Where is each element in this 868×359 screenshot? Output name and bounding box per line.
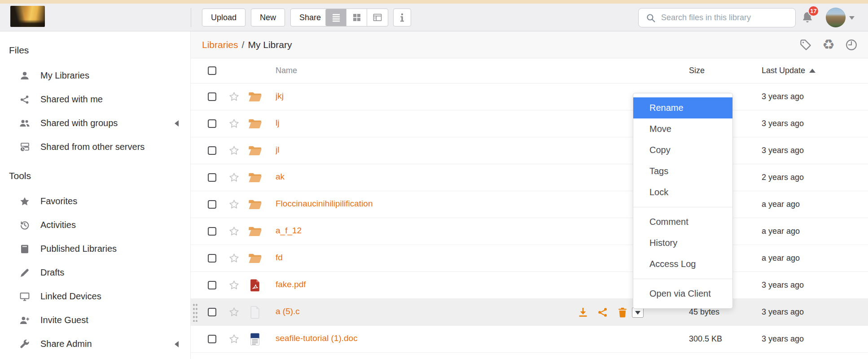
sidebar-item-published-libraries[interactable]: Published Libraries xyxy=(0,237,190,261)
user-plus-icon xyxy=(19,315,31,326)
list-view-button[interactable] xyxy=(326,9,346,26)
favorite-star-icon[interactable] xyxy=(228,91,240,102)
menu-item-access-log[interactable]: Access Log xyxy=(633,254,732,275)
row-checkbox[interactable] xyxy=(208,92,216,101)
drag-handle[interactable] xyxy=(193,303,197,322)
row-checkbox[interactable] xyxy=(208,308,216,316)
favorite-star-icon[interactable] xyxy=(228,145,240,156)
row-checkbox[interactable] xyxy=(208,254,216,263)
row-checkbox[interactable] xyxy=(208,200,216,209)
menu-item-history[interactable]: History xyxy=(633,232,732,254)
pdf-icon xyxy=(248,279,262,292)
menu-item-open-via-client[interactable]: Open via Client xyxy=(633,283,732,304)
table-row[interactable]: fake.pdf3 years ago xyxy=(191,272,868,299)
favorite-star-icon[interactable] xyxy=(228,253,240,264)
sidebar-item-invite-guest[interactable]: Invite Guest xyxy=(0,308,190,332)
sidebar-item-drafts[interactable]: Drafts xyxy=(0,261,190,285)
notification-badge: 17 xyxy=(808,5,819,17)
breadcrumb-libraries-link[interactable]: Libraries xyxy=(202,39,238,50)
favorite-star-icon[interactable] xyxy=(228,333,240,345)
more-operations-caret-button[interactable] xyxy=(632,307,644,318)
account-menu-caret-icon[interactable] xyxy=(849,16,855,20)
table-row[interactable]: a_f_12a year ago xyxy=(191,218,868,245)
new-button[interactable]: New xyxy=(251,9,285,26)
site-logo[interactable] xyxy=(10,6,45,27)
menu-item-copy[interactable]: Copy xyxy=(633,140,732,161)
info-button[interactable] xyxy=(393,9,411,26)
file-name-link[interactable]: fake.pdf xyxy=(276,280,306,289)
column-header-last-update[interactable]: Last Update xyxy=(762,66,868,75)
favorite-star-icon[interactable] xyxy=(228,118,240,129)
collapse-caret-icon[interactable] xyxy=(175,341,179,347)
file-size: 300.5 KB xyxy=(689,334,762,344)
menu-item-move[interactable]: Move xyxy=(633,118,732,140)
file-name-link[interactable]: jl xyxy=(276,145,279,155)
table-row[interactable]: lj3 years ago xyxy=(191,110,868,137)
sidebar-item-shared-with-groups[interactable]: Shared with groups xyxy=(0,111,190,135)
row-checkbox[interactable] xyxy=(208,281,216,289)
menu-item-lock[interactable]: Lock xyxy=(633,182,732,203)
sidebar-section-files: FilesMy LibrariesShared with meShared wi… xyxy=(0,45,190,159)
sidebar-item-activities[interactable]: Activities xyxy=(0,213,190,237)
table-row[interactable]: fda year ago xyxy=(191,245,868,272)
upload-button[interactable]: Upload xyxy=(202,9,245,26)
favorite-star-icon[interactable] xyxy=(228,280,240,291)
file-name-link[interactable]: a_f_12 xyxy=(276,226,302,236)
trash-recycle-icon[interactable]: ♻ xyxy=(822,38,835,52)
sidebar-item-share-admin[interactable]: Share Admin xyxy=(0,332,190,356)
file-name-link[interactable]: jkj xyxy=(276,91,284,101)
favorite-star-icon[interactable] xyxy=(228,226,240,237)
table-row[interactable]: ak2 years ago xyxy=(191,164,868,191)
table-row[interactable]: a (5).c45 bytes3 years ago xyxy=(191,299,868,326)
table-row[interactable]: jkj3 years ago xyxy=(191,83,868,110)
row-checkbox[interactable] xyxy=(208,119,216,128)
sidebar-item-favorites[interactable]: Favorites xyxy=(0,189,190,213)
row-checkbox[interactable] xyxy=(208,146,216,155)
file-name-link[interactable]: Floccinaucinihilipilification xyxy=(276,199,373,209)
doc-icon xyxy=(248,333,262,346)
favorite-star-icon[interactable] xyxy=(228,306,240,318)
grid-view-button[interactable] xyxy=(346,9,367,26)
detail-view-button[interactable] xyxy=(367,9,388,26)
menu-item-rename[interactable]: Rename xyxy=(633,97,732,118)
favorite-star-icon[interactable] xyxy=(228,199,240,210)
menu-item-tags[interactable]: Tags xyxy=(633,161,732,182)
table-row[interactable]: seafile-tutorial (1).doc300.5 KB3 years … xyxy=(191,326,868,353)
sidebar-item-my-libraries[interactable]: My Libraries xyxy=(0,64,190,88)
user-avatar[interactable] xyxy=(826,8,846,27)
sidebar-heading: Files xyxy=(9,45,190,56)
notifications-button[interactable]: 17 xyxy=(798,5,821,30)
file-name-link[interactable]: seafile-tutorial (1).doc xyxy=(276,333,358,343)
row-checkbox[interactable] xyxy=(208,227,216,236)
download-icon[interactable] xyxy=(577,306,589,319)
file-name-link[interactable]: lj xyxy=(276,118,279,128)
table-row[interactable]: Floccinaucinihilipilificationa year ago xyxy=(191,191,868,218)
history-clock-icon[interactable] xyxy=(844,37,859,53)
trash-icon[interactable] xyxy=(616,306,628,319)
sidebar-item-label: Invite Guest xyxy=(40,315,88,325)
file-list: jkj3 years agolj3 years agojl3 years ago… xyxy=(191,83,868,353)
collapse-caret-icon[interactable] xyxy=(175,120,179,127)
sidebar-item-linked-devices[interactable]: Linked Devices xyxy=(0,285,190,308)
file-size: 45 bytes xyxy=(689,307,762,317)
file-name-link[interactable]: a (5).c xyxy=(276,306,300,316)
tag-icon[interactable] xyxy=(798,37,813,53)
table-row[interactable]: jl3 years ago xyxy=(191,137,868,164)
menu-item-comment[interactable]: Comment xyxy=(633,211,732,232)
sidebar-item-shared-from-other-servers[interactable]: Shared from other servers xyxy=(0,135,190,159)
column-header-name[interactable]: Name xyxy=(276,66,689,75)
row-checkbox[interactable] xyxy=(208,335,216,343)
person-icon xyxy=(19,70,31,82)
file-name-link[interactable]: fd xyxy=(276,253,283,263)
favorite-star-icon[interactable] xyxy=(228,172,240,183)
file-name-link[interactable]: ak xyxy=(276,172,285,182)
share-nodes-icon[interactable] xyxy=(596,306,609,319)
select-all-checkbox[interactable] xyxy=(208,66,216,75)
share-button[interactable]: Share xyxy=(290,9,330,26)
context-menu: RenameMoveCopyTagsLockCommentHistoryAcce… xyxy=(633,93,733,309)
row-checkbox[interactable] xyxy=(208,173,216,182)
last-update: a year ago xyxy=(762,200,868,209)
search-input[interactable] xyxy=(661,13,787,22)
column-header-size[interactable]: Size xyxy=(689,66,762,75)
sidebar-item-shared-with-me[interactable]: Shared with me xyxy=(0,88,190,111)
